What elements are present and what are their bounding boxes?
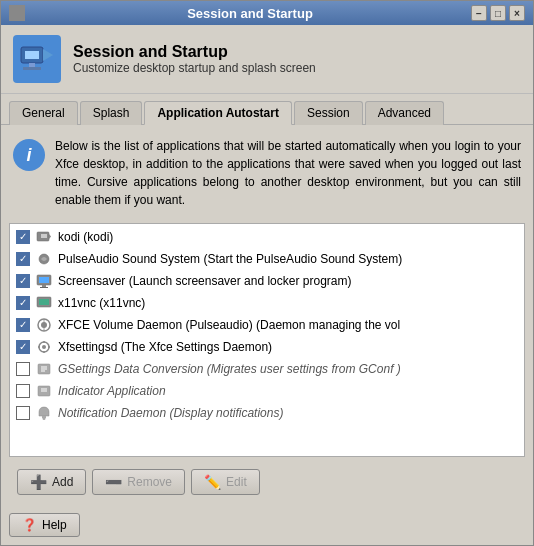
help-label: Help — [42, 518, 67, 532]
svg-rect-4 — [23, 67, 41, 70]
item-icon-notification — [36, 405, 52, 421]
svg-marker-6 — [49, 234, 51, 239]
tab-session[interactable]: Session — [294, 101, 363, 125]
checkbox-x11vnc[interactable] — [16, 296, 30, 310]
edit-icon: ✏️ — [204, 474, 221, 490]
item-icon-pulseaudio — [36, 251, 52, 267]
svg-rect-12 — [40, 287, 48, 288]
list-item[interactable]: PulseAudio Sound System (Start the Pulse… — [10, 248, 524, 270]
item-icon-gsettings — [36, 361, 52, 377]
help-icon: ❓ — [22, 518, 37, 532]
remove-label: Remove — [127, 475, 172, 489]
checkbox-gsettings[interactable] — [16, 362, 30, 376]
checkbox-pulseaudio[interactable] — [16, 252, 30, 266]
svg-rect-14 — [39, 299, 49, 305]
list-item[interactable]: Xfsettingsd (The Xfce Settings Daemon) — [10, 336, 524, 358]
add-button[interactable]: ➕ Add — [17, 469, 86, 495]
item-icon-xfsettingsd — [36, 339, 52, 355]
tabs: General Splash Application Autostart Ses… — [1, 94, 533, 124]
item-icon-kodi — [36, 229, 52, 245]
checkbox-xfce-volume[interactable] — [16, 318, 30, 332]
list-item[interactable]: Indicator Application — [10, 380, 524, 402]
item-label-screensaver: Screensaver (Launch screensaver and lock… — [58, 274, 518, 288]
action-bar: ➕ Add ➖ Remove ✏️ Edit — [9, 463, 525, 501]
main-window: Session and Startup − □ × Session and St… — [0, 0, 534, 546]
header-text: Session and Startup Customize desktop st… — [73, 43, 316, 75]
list-container: kodi (kodi) PulseAudio Sound System (Sta… — [9, 223, 525, 457]
item-icon-xfce-volume — [36, 317, 52, 333]
svg-point-32 — [43, 417, 46, 420]
titlebar-buttons: − □ × — [471, 5, 525, 21]
svg-rect-7 — [41, 234, 47, 238]
item-label-pulseaudio: PulseAudio Sound System (Start the Pulse… — [58, 252, 518, 266]
list-item[interactable]: XFCE Volume Daemon (Pulseaudio) (Daemon … — [10, 314, 524, 336]
tab-application-autostart[interactable]: Application Autostart — [144, 101, 292, 125]
tab-general[interactable]: General — [9, 101, 78, 125]
item-icon-screensaver — [36, 273, 52, 289]
list-item[interactable]: Notification Daemon (Display notificatio… — [10, 402, 524, 424]
item-label-indicator: Indicator Application — [58, 384, 518, 398]
item-label-xfce-volume: XFCE Volume Daemon (Pulseaudio) (Daemon … — [58, 318, 518, 332]
checkbox-xfsettingsd[interactable] — [16, 340, 30, 354]
minimize-button[interactable]: − — [471, 5, 487, 21]
remove-icon: ➖ — [105, 474, 122, 490]
item-label-xfsettingsd: Xfsettingsd (The Xfce Settings Daemon) — [58, 340, 518, 354]
footer: ❓ Help — [1, 509, 533, 545]
header-title: Session and Startup — [73, 43, 316, 61]
checkbox-notification[interactable] — [16, 406, 30, 420]
svg-marker-2 — [43, 49, 53, 61]
list-item[interactable]: x11vnc (x11vnc) — [10, 292, 524, 314]
add-label: Add — [52, 475, 73, 489]
header-subtitle: Customize desktop startup and splash scr… — [73, 61, 316, 75]
svg-rect-10 — [39, 277, 49, 283]
horizontal-scrollbar[interactable] — [10, 456, 524, 457]
item-icon-x11vnc — [36, 295, 52, 311]
item-label-notification: Notification Daemon (Display notificatio… — [58, 406, 518, 420]
info-icon: i — [13, 139, 45, 171]
content-area: i Below is the list of applications that… — [1, 124, 533, 509]
list-item[interactable]: kodi (kodi) — [10, 226, 524, 248]
list-scroll[interactable]: kodi (kodi) PulseAudio Sound System (Sta… — [10, 224, 524, 456]
svg-rect-3 — [29, 63, 35, 67]
checkbox-screensaver[interactable] — [16, 274, 30, 288]
checkbox-kodi[interactable] — [16, 230, 30, 244]
item-label-gsettings: GSettings Data Conversion (Migrates user… — [58, 362, 518, 376]
app-icon — [13, 35, 61, 83]
svg-rect-1 — [25, 51, 39, 59]
help-button[interactable]: ❓ Help — [9, 513, 80, 537]
item-icon-indicator — [36, 383, 52, 399]
close-button[interactable]: × — [509, 5, 525, 21]
item-label-x11vnc: x11vnc (x11vnc) — [58, 296, 518, 310]
edit-button[interactable]: ✏️ Edit — [191, 469, 260, 495]
item-label-kodi: kodi (kodi) — [58, 230, 518, 244]
remove-button[interactable]: ➖ Remove — [92, 469, 185, 495]
header-area: Session and Startup Customize desktop st… — [1, 25, 533, 94]
titlebar-left — [9, 5, 29, 21]
header-svg-icon — [19, 41, 55, 77]
edit-label: Edit — [226, 475, 247, 489]
checkbox-indicator[interactable] — [16, 384, 30, 398]
svg-rect-11 — [42, 285, 46, 287]
info-box: i Below is the list of applications that… — [9, 133, 525, 217]
titlebar: Session and Startup − □ × — [1, 1, 533, 25]
maximize-button[interactable]: □ — [490, 5, 506, 21]
add-icon: ➕ — [30, 474, 47, 490]
tab-splash[interactable]: Splash — [80, 101, 143, 125]
titlebar-title: Session and Startup — [29, 6, 471, 21]
tab-advanced[interactable]: Advanced — [365, 101, 444, 125]
list-item[interactable]: GSettings Data Conversion (Migrates user… — [10, 358, 524, 380]
list-item[interactable]: Screensaver (Launch screensaver and lock… — [10, 270, 524, 292]
info-text: Below is the list of applications that w… — [55, 137, 521, 209]
svg-point-19 — [42, 345, 46, 349]
window-icon — [9, 5, 25, 21]
